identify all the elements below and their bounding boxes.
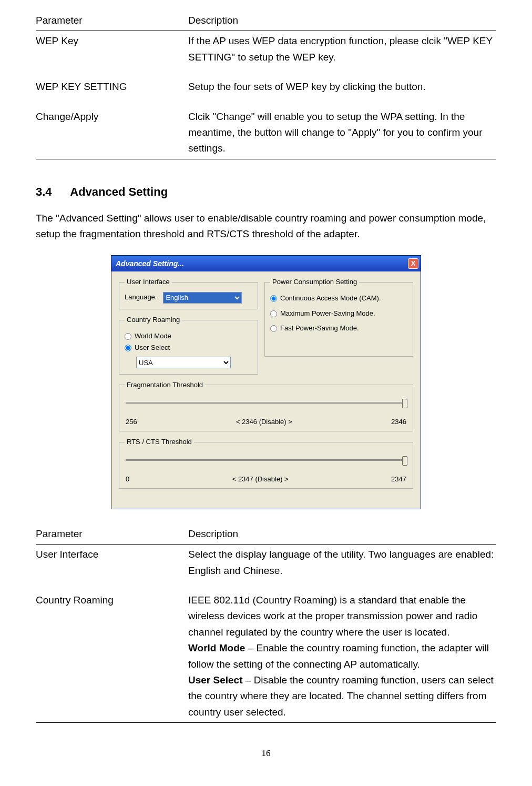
parameter-table-1: Parameter Description WEP Key If the AP …	[36, 11, 496, 159]
world-mode-label: World Mode	[135, 331, 171, 342]
language-label: Language:	[125, 292, 157, 303]
power-consumption-group: Power Consumption Setting Continuous Acc…	[264, 277, 413, 357]
country-roaming-legend: Country Roaming	[125, 315, 182, 326]
param-cell: Country Roaming	[36, 590, 188, 723]
rts-legend: RTS / CTS Threshold	[125, 437, 194, 448]
param-cell: User Interface	[36, 545, 188, 581]
page-number: 16	[36, 746, 496, 760]
param-cell: Change/Apply	[36, 107, 188, 159]
table2-header-param: Parameter	[36, 524, 188, 545]
dialog-screenshot: Advanced Setting... X User Interface Lan…	[36, 255, 496, 509]
section-number: 3.4	[36, 183, 67, 201]
fragmentation-legend: Fragmentation Threshold	[125, 380, 205, 391]
param-cell: WEP Key	[36, 31, 188, 67]
frag-center: < 2346 (Disable) >	[236, 417, 292, 428]
table-row: WEP KEY SETTING Setup the four sets of W…	[36, 77, 496, 97]
rts-min: 0	[126, 474, 129, 485]
desc-cell: Clcik "Change" will enable you to setup …	[188, 107, 496, 159]
dialog-title: Advanced Setting...	[116, 258, 184, 269]
desc-cell: Select the display language of the utili…	[188, 545, 496, 581]
language-select[interactable]: English	[163, 292, 242, 304]
user-interface-legend: User Interface	[125, 277, 172, 288]
table1-header-param: Parameter	[36, 11, 188, 31]
fast-power-label: Fast Power-Saving Mode.	[280, 323, 359, 334]
dialog-titlebar: Advanced Setting... X	[111, 256, 421, 271]
table1-header-desc: Description	[188, 11, 496, 31]
advanced-setting-dialog: Advanced Setting... X User Interface Lan…	[111, 255, 421, 509]
param-cell: WEP KEY SETTING	[36, 77, 188, 97]
world-mode-radio[interactable]	[125, 333, 131, 340]
max-power-radio[interactable]	[270, 310, 277, 317]
rts-max: 2347	[391, 474, 406, 485]
frag-max: 2346	[391, 417, 406, 428]
world-mode-bold: World Mode	[188, 642, 245, 653]
section-heading: 3.4 Advanced Setting	[36, 183, 496, 201]
parameter-table-2: Parameter Description User Interface Sel…	[36, 524, 496, 723]
fast-power-radio[interactable]	[270, 325, 277, 332]
country-roaming-group: Country Roaming World Mode User Select U…	[119, 315, 258, 375]
user-select-bold: User Select	[188, 674, 243, 686]
table-row: User Interface Select the display langua…	[36, 545, 496, 581]
close-icon[interactable]: X	[408, 258, 418, 269]
desc-cell: IEEE 802.11d (Country Roaming) is a stan…	[188, 590, 496, 723]
fragmentation-slider[interactable]	[126, 396, 406, 417]
user-select-label: User Select	[135, 342, 170, 354]
table-row: WEP Key If the AP uses WEP data encrypti…	[36, 31, 496, 67]
rts-slider[interactable]	[126, 453, 406, 474]
table-row: Country Roaming IEEE 802.11d (Country Ro…	[36, 590, 496, 723]
user-select-radio[interactable]	[125, 345, 131, 351]
frag-min: 256	[126, 417, 137, 428]
max-power-label: Maximum Power-Saving Mode.	[280, 308, 375, 319]
desc-cell: If the AP uses WEP data encryption funct…	[188, 31, 496, 67]
table2-header-desc: Description	[188, 524, 496, 545]
cr-intro: IEEE 802.11d (Country Roaming) is a stan…	[188, 594, 477, 638]
intro-paragraph: The "Advanced Setting" allows user to en…	[36, 210, 496, 243]
section-title: Advanced Setting	[70, 185, 168, 198]
cam-label: Continuous Access Mode (CAM).	[280, 293, 381, 304]
table-row: Change/Apply Clcik "Change" will enable …	[36, 107, 496, 159]
country-select[interactable]: USA	[136, 357, 231, 368]
desc-cell: Setup the four sets of WEP key by clicki…	[188, 77, 496, 97]
rts-center: < 2347 (Disable) >	[232, 474, 289, 485]
cam-radio[interactable]	[270, 295, 277, 302]
rts-group: RTS / CTS Threshold 0 < 2347 (Disable) >…	[119, 437, 413, 489]
power-consumption-legend: Power Consumption Setting	[270, 277, 359, 288]
user-interface-group: User Interface Language: English	[119, 277, 258, 309]
fragmentation-group: Fragmentation Threshold 256 < 2346 (Disa…	[119, 380, 413, 432]
